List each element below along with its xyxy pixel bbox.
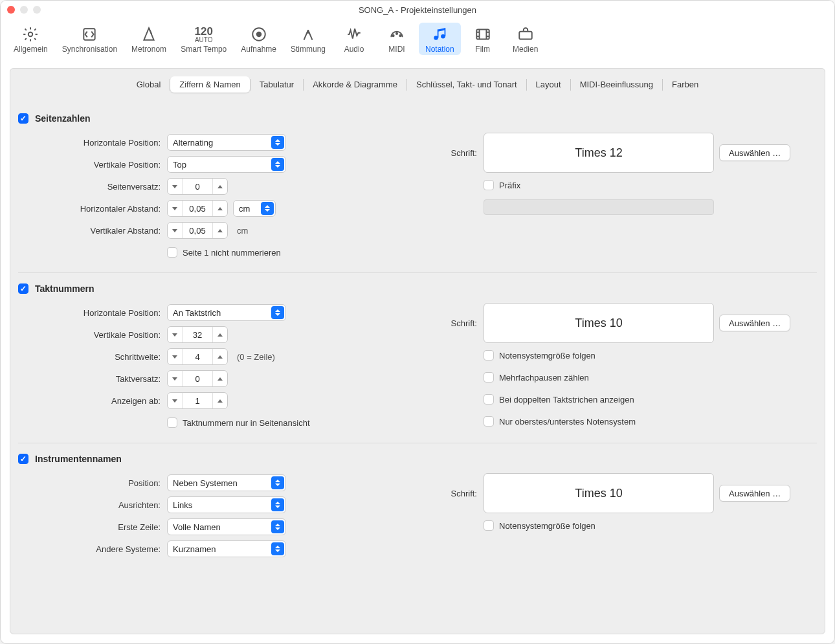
subtab-6[interactable]: MIDI-Beeinflussung	[571, 76, 662, 93]
hdist-stepper[interactable]: 0,05	[167, 200, 228, 217]
film-icon	[474, 25, 491, 43]
skip-first-page-checkbox[interactable]	[167, 247, 177, 258]
prefix-input[interactable]	[484, 199, 714, 215]
bar-numbers-checkbox[interactable]	[18, 283, 28, 294]
font-label: Schrift:	[425, 148, 484, 158]
bar-step-stepper[interactable]: 4	[167, 348, 228, 365]
prefix-checkbox[interactable]	[484, 180, 494, 190]
stepper-down[interactable]	[168, 229, 182, 232]
window-title: SONG_A - Projekteinstellungen	[1, 5, 834, 15]
subtab-7[interactable]: Farben	[663, 76, 707, 93]
prefix-label: Präfix	[499, 181, 520, 190]
chevron-updown-icon	[261, 202, 274, 215]
chevron-updown-icon	[271, 476, 284, 489]
instr-names-checkbox[interactable]	[18, 454, 28, 464]
toolbar-item-midi[interactable]: MIDI	[376, 23, 418, 55]
subtab-3[interactable]: Akkorde & Diagramme	[304, 76, 406, 93]
svg-point-0	[28, 32, 33, 37]
stepper-down[interactable]	[168, 207, 182, 210]
vpos-label: Vertikale Position:	[18, 160, 167, 170]
toolbar-item-notes[interactable]: Notation	[419, 23, 461, 55]
toolbar: AllgemeinSynchronisationMetronom120AUTOS…	[1, 19, 834, 63]
instr-font-select-button[interactable]: Auswählen …	[719, 485, 790, 502]
record-icon	[251, 25, 267, 43]
fork-icon	[300, 25, 317, 43]
skip-first-page-label: Seite 1 nicht nummerieren	[183, 248, 281, 258]
page-numbers-checkbox[interactable]	[18, 113, 28, 124]
bar-font-select-button[interactable]: Auswählen …	[719, 315, 790, 331]
instr-align-select[interactable]: Links	[167, 496, 286, 513]
toolbar-item-sync[interactable]: Synchronisation	[56, 23, 124, 55]
chevron-updown-icon	[271, 542, 284, 555]
toolbar-item-wave[interactable]: Audio	[333, 23, 375, 55]
gear-icon	[22, 25, 39, 43]
font-preview: Times 12	[484, 133, 714, 173]
chevron-updown-icon	[271, 498, 284, 511]
hdist-label: Horizontaler Abstand:	[18, 204, 167, 214]
bar-only-page-view-checkbox[interactable]	[167, 417, 177, 428]
sync-icon	[81, 25, 98, 43]
page-offset-stepper[interactable]: 0	[167, 178, 228, 195]
bar-font-preview: Times 10	[484, 303, 714, 343]
instr-pos-select[interactable]: Neben Systemen	[167, 474, 286, 491]
bar-numbers-title: Taktnummern	[35, 283, 95, 294]
subtab-5[interactable]: Layout	[527, 76, 570, 93]
instr-other-select[interactable]: Kurznamen	[167, 540, 286, 557]
chevron-updown-icon	[271, 158, 284, 171]
stepper-up[interactable]	[213, 207, 227, 210]
toolbar-item-case[interactable]: Medien	[505, 23, 546, 55]
page-numbers-title: Seitenzahlen	[35, 113, 91, 124]
bar-hpos-select[interactable]: An Taktstrich	[167, 304, 286, 321]
svg-point-5	[396, 33, 397, 34]
svg-rect-12	[519, 32, 532, 39]
subtab-4[interactable]: Schlüssel, Takt- und Tonart	[407, 76, 526, 93]
toolbar-item-fork[interactable]: Stimmung	[284, 23, 332, 55]
hpos-select[interactable]: Alternating	[167, 134, 286, 151]
chevron-updown-icon	[271, 306, 284, 319]
bar-multirest-checkbox[interactable]	[484, 372, 494, 383]
vdist-label: Vertikaler Abstand:	[18, 226, 167, 236]
wave-icon	[346, 25, 362, 43]
bar-doublebar-checkbox[interactable]	[484, 394, 494, 405]
svg-rect-11	[476, 29, 489, 39]
subtab-1[interactable]: Ziffern & Namen	[170, 76, 249, 93]
hpos-label: Horizontale Position:	[18, 138, 167, 148]
case-icon	[517, 25, 534, 43]
chevron-updown-icon	[271, 520, 284, 533]
subtab-0[interactable]: Global	[128, 76, 170, 93]
notes-icon	[431, 25, 448, 43]
titlebar: SONG_A - Projekteinstellungen	[1, 1, 834, 19]
chevron-updown-icon	[271, 136, 284, 149]
toolbar-item-film[interactable]: Film	[462, 23, 504, 55]
toolbar-item-gear[interactable]: Allgemein	[7, 23, 54, 55]
subtab-2[interactable]: Tabulatur	[251, 76, 303, 93]
svg-point-3	[256, 32, 261, 37]
metronome-icon	[140, 25, 157, 43]
toolbar-item-record[interactable]: Aufnahme	[234, 23, 283, 55]
stepper-up[interactable]	[213, 185, 227, 188]
stepper-down[interactable]	[168, 185, 182, 188]
instr-names-title: Instrumentennamen	[35, 454, 122, 464]
bar-follow-size-checkbox[interactable]	[484, 350, 494, 361]
hdist-unit-select[interactable]: cm	[233, 200, 276, 217]
svg-point-6	[399, 35, 401, 36]
svg-point-4	[393, 35, 394, 36]
settings-panel: GlobalZiffern & NamenTabulaturAkkorde & …	[10, 68, 825, 634]
bar-offset-stepper[interactable]: 0	[167, 370, 228, 387]
midi-icon	[388, 25, 405, 43]
instr-font-preview: Times 10	[484, 473, 714, 513]
toolbar-item-auto120[interactable]: 120AUTOSmart Tempo	[174, 23, 233, 55]
instr-follow-size-checkbox[interactable]	[484, 520, 494, 531]
stepper-up[interactable]	[213, 229, 227, 232]
bar-from-stepper[interactable]: 1	[167, 392, 228, 409]
bar-vpos-stepper[interactable]: 32	[167, 326, 228, 343]
bar-topbottom-checkbox[interactable]	[484, 416, 494, 427]
vdist-unit-label: cm	[237, 226, 248, 236]
instr-first-select[interactable]: Volle Namen	[167, 518, 286, 535]
font-select-button[interactable]: Auswählen …	[719, 144, 790, 161]
subtabs: GlobalZiffern & NamenTabulaturAkkorde & …	[10, 76, 825, 93]
auto120-icon: 120AUTO	[195, 25, 213, 43]
vdist-stepper[interactable]: 0,05	[167, 222, 228, 239]
vpos-select[interactable]: Top	[167, 156, 286, 173]
toolbar-item-metronome[interactable]: Metronom	[125, 23, 173, 55]
